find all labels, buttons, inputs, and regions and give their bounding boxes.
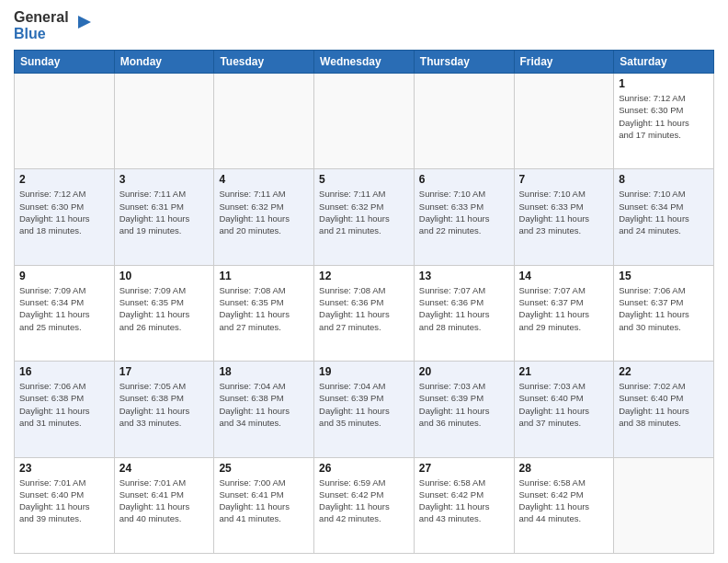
table-cell: 26Sunrise: 6:59 AM Sunset: 6:42 PM Dayli… — [314, 457, 415, 553]
table-cell: 4Sunrise: 7:11 AM Sunset: 6:32 PM Daylig… — [214, 169, 314, 265]
col-saturday: Saturday — [614, 51, 714, 74]
day-number: 4 — [219, 173, 309, 186]
col-friday: Friday — [514, 51, 614, 74]
day-info: Sunrise: 7:11 AM Sunset: 6:32 PM Dayligh… — [219, 188, 309, 236]
table-cell: 9Sunrise: 7:09 AM Sunset: 6:34 PM Daylig… — [15, 265, 115, 361]
table-cell: 19Sunrise: 7:04 AM Sunset: 6:39 PM Dayli… — [314, 362, 415, 457]
table-cell: 21Sunrise: 7:03 AM Sunset: 6:40 PM Dayli… — [514, 362, 614, 457]
day-number: 25 — [219, 462, 309, 475]
day-info: Sunrise: 7:10 AM Sunset: 6:34 PM Dayligh… — [619, 188, 709, 236]
table-cell — [614, 457, 714, 553]
day-number: 27 — [419, 462, 509, 475]
day-number: 28 — [519, 462, 609, 475]
table-cell — [114, 74, 214, 169]
calendar-row: 2Sunrise: 7:12 AM Sunset: 6:30 PM Daylig… — [15, 169, 714, 265]
logo-general-text: General — [14, 9, 69, 25]
day-info: Sunrise: 7:06 AM Sunset: 6:37 PM Dayligh… — [619, 284, 709, 333]
day-info: Sunrise: 7:03 AM Sunset: 6:40 PM Dayligh… — [519, 380, 609, 429]
logo: General Blue — [14, 9, 95, 42]
table-cell: 11Sunrise: 7:08 AM Sunset: 6:35 PM Dayli… — [214, 265, 314, 361]
day-info: Sunrise: 7:07 AM Sunset: 6:36 PM Dayligh… — [419, 284, 509, 333]
day-info: Sunrise: 7:04 AM Sunset: 6:39 PM Dayligh… — [319, 380, 409, 429]
table-cell — [214, 74, 314, 169]
logo-blue-text: Blue — [14, 26, 46, 41]
day-number: 20 — [419, 365, 509, 378]
day-info: Sunrise: 7:04 AM Sunset: 6:38 PM Dayligh… — [219, 380, 309, 429]
table-cell: 25Sunrise: 7:00 AM Sunset: 6:41 PM Dayli… — [214, 457, 314, 553]
day-number: 7 — [519, 173, 609, 186]
day-number: 16 — [19, 365, 109, 378]
col-monday: Monday — [114, 51, 214, 74]
page: General Blue Sunday Monday Tuesday Wedne… — [0, 0, 728, 563]
table-cell: 22Sunrise: 7:02 AM Sunset: 6:40 PM Dayli… — [614, 362, 714, 457]
day-info: Sunrise: 6:58 AM Sunset: 6:42 PM Dayligh… — [419, 477, 509, 525]
day-number: 1 — [619, 77, 709, 90]
day-number: 2 — [19, 173, 109, 186]
col-tuesday: Tuesday — [214, 51, 314, 74]
table-cell: 28Sunrise: 6:58 AM Sunset: 6:42 PM Dayli… — [514, 457, 614, 553]
table-cell: 13Sunrise: 7:07 AM Sunset: 6:36 PM Dayli… — [414, 265, 514, 361]
table-cell: 8Sunrise: 7:10 AM Sunset: 6:34 PM Daylig… — [614, 169, 714, 265]
day-info: Sunrise: 7:10 AM Sunset: 6:33 PM Dayligh… — [419, 188, 509, 236]
table-cell: 15Sunrise: 7:06 AM Sunset: 6:37 PM Dayli… — [614, 265, 714, 361]
day-info: Sunrise: 7:12 AM Sunset: 6:30 PM Dayligh… — [19, 188, 109, 236]
day-number: 22 — [619, 365, 709, 378]
table-cell: 6Sunrise: 7:10 AM Sunset: 6:33 PM Daylig… — [414, 169, 514, 265]
day-info: Sunrise: 6:58 AM Sunset: 6:42 PM Dayligh… — [519, 477, 609, 525]
table-cell: 1Sunrise: 7:12 AM Sunset: 6:30 PM Daylig… — [614, 74, 714, 169]
day-info: Sunrise: 7:08 AM Sunset: 6:36 PM Dayligh… — [319, 284, 409, 333]
table-cell: 7Sunrise: 7:10 AM Sunset: 6:33 PM Daylig… — [514, 169, 614, 265]
svg-marker-0 — [78, 16, 91, 29]
day-info: Sunrise: 7:09 AM Sunset: 6:35 PM Dayligh… — [119, 284, 210, 333]
day-number: 14 — [519, 270, 609, 282]
calendar-row: 23Sunrise: 7:01 AM Sunset: 6:40 PM Dayli… — [15, 457, 714, 553]
day-number: 12 — [319, 270, 409, 282]
day-info: Sunrise: 7:03 AM Sunset: 6:39 PM Dayligh… — [419, 380, 509, 429]
day-info: Sunrise: 7:05 AM Sunset: 6:38 PM Dayligh… — [119, 380, 210, 429]
day-number: 19 — [319, 365, 409, 378]
table-cell: 3Sunrise: 7:11 AM Sunset: 6:31 PM Daylig… — [114, 169, 214, 265]
table-cell: 5Sunrise: 7:11 AM Sunset: 6:32 PM Daylig… — [314, 169, 415, 265]
day-number: 23 — [19, 462, 109, 475]
day-info: Sunrise: 7:12 AM Sunset: 6:30 PM Dayligh… — [619, 92, 709, 141]
table-cell — [314, 74, 415, 169]
col-sunday: Sunday — [15, 51, 115, 74]
table-cell: 23Sunrise: 7:01 AM Sunset: 6:40 PM Dayli… — [15, 457, 115, 553]
table-cell: 12Sunrise: 7:08 AM Sunset: 6:36 PM Dayli… — [314, 265, 415, 361]
table-cell: 10Sunrise: 7:09 AM Sunset: 6:35 PM Dayli… — [114, 265, 214, 361]
col-thursday: Thursday — [414, 51, 514, 74]
calendar-row: 16Sunrise: 7:06 AM Sunset: 6:38 PM Dayli… — [15, 362, 714, 457]
day-number: 3 — [119, 173, 210, 186]
day-number: 15 — [619, 270, 709, 282]
calendar-table: Sunday Monday Tuesday Wednesday Thursday… — [14, 50, 714, 554]
day-info: Sunrise: 7:02 AM Sunset: 6:40 PM Dayligh… — [619, 380, 709, 429]
day-number: 24 — [119, 462, 210, 475]
table-cell — [15, 74, 115, 169]
day-number: 13 — [419, 270, 509, 282]
table-cell — [414, 74, 514, 169]
day-number: 26 — [319, 462, 409, 475]
table-cell: 18Sunrise: 7:04 AM Sunset: 6:38 PM Dayli… — [214, 362, 314, 457]
table-cell: 27Sunrise: 6:58 AM Sunset: 6:42 PM Dayli… — [414, 457, 514, 553]
day-number: 6 — [419, 173, 509, 186]
day-info: Sunrise: 7:01 AM Sunset: 6:40 PM Dayligh… — [19, 477, 109, 525]
day-info: Sunrise: 7:01 AM Sunset: 6:41 PM Dayligh… — [119, 477, 210, 525]
table-cell — [514, 74, 614, 169]
calendar-row: 1Sunrise: 7:12 AM Sunset: 6:30 PM Daylig… — [15, 74, 714, 169]
col-wednesday: Wednesday — [314, 51, 415, 74]
header: General Blue — [14, 9, 714, 42]
table-cell: 16Sunrise: 7:06 AM Sunset: 6:38 PM Dayli… — [15, 362, 115, 457]
table-cell: 2Sunrise: 7:12 AM Sunset: 6:30 PM Daylig… — [15, 169, 115, 265]
calendar-row: 9Sunrise: 7:09 AM Sunset: 6:34 PM Daylig… — [15, 265, 714, 361]
day-number: 8 — [619, 173, 709, 186]
day-number: 9 — [19, 270, 109, 282]
table-cell: 24Sunrise: 7:01 AM Sunset: 6:41 PM Dayli… — [114, 457, 214, 553]
day-info: Sunrise: 7:10 AM Sunset: 6:33 PM Dayligh… — [519, 188, 609, 236]
day-info: Sunrise: 6:59 AM Sunset: 6:42 PM Dayligh… — [319, 477, 409, 525]
day-number: 21 — [519, 365, 609, 378]
day-number: 11 — [219, 270, 309, 282]
day-info: Sunrise: 7:11 AM Sunset: 6:32 PM Dayligh… — [319, 188, 409, 236]
day-info: Sunrise: 7:07 AM Sunset: 6:37 PM Dayligh… — [519, 284, 609, 333]
table-cell: 20Sunrise: 7:03 AM Sunset: 6:39 PM Dayli… — [414, 362, 514, 457]
day-info: Sunrise: 7:00 AM Sunset: 6:41 PM Dayligh… — [219, 477, 309, 525]
